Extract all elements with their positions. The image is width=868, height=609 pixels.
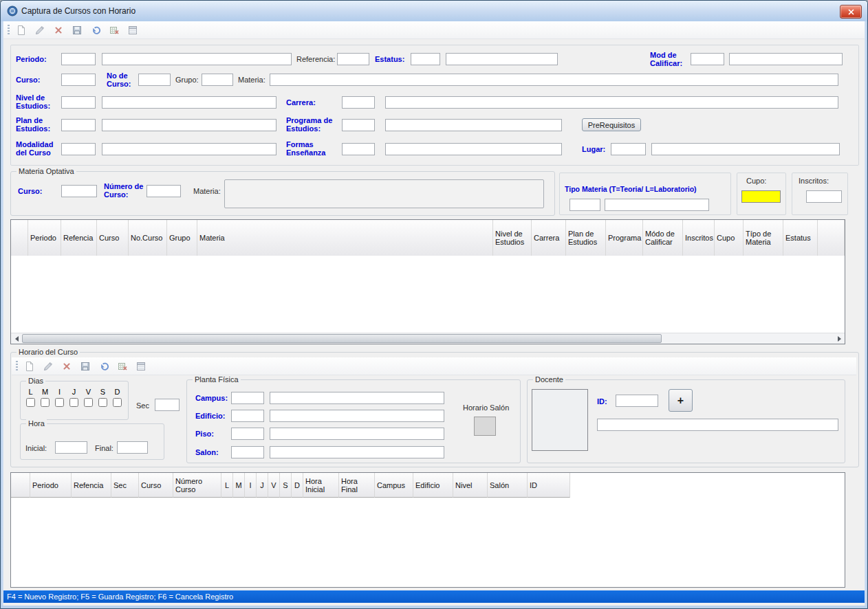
- grid1-header-curso[interactable]: Curso: [97, 220, 129, 256]
- grid2-header-sec[interactable]: Sec: [111, 473, 139, 498]
- grid2-header-hora-final[interactable]: Hora Final: [339, 473, 375, 498]
- carrera-code-input[interactable]: [342, 96, 375, 109]
- day-d-checkbox[interactable]: [113, 398, 122, 407]
- no-curso-input[interactable]: [138, 74, 171, 86]
- docente-name-input[interactable]: [597, 419, 838, 431]
- grid2-header-periodo[interactable]: Periodo: [30, 473, 72, 498]
- horario-undo-button[interactable]: [97, 359, 111, 373]
- edificio-code-input[interactable]: [231, 410, 264, 422]
- nivel-code-input[interactable]: [61, 96, 96, 109]
- day-m-checkbox[interactable]: [41, 398, 50, 407]
- periodo-desc-input[interactable]: [102, 53, 292, 65]
- campus-code-input[interactable]: [231, 392, 264, 404]
- grid2-header-id[interactable]: ID: [528, 473, 570, 498]
- prerequisitos-button[interactable]: PreRequisitos: [582, 118, 641, 131]
- plan-code-input[interactable]: [61, 119, 96, 131]
- programa-code-input[interactable]: [342, 119, 375, 131]
- salon-code-input[interactable]: [231, 446, 264, 458]
- modalidad-code-input[interactable]: [61, 143, 96, 155]
- scroll-left-button[interactable]: [11, 333, 22, 344]
- grid2-header-nivel[interactable]: Nivel: [453, 473, 488, 498]
- grid2-body[interactable]: [11, 498, 845, 587]
- nivel-desc-input[interactable]: [102, 96, 276, 109]
- day-j-checkbox[interactable]: [69, 398, 78, 407]
- grid2-corner-cell[interactable]: [11, 473, 30, 498]
- grid1-header-materia[interactable]: Materia: [197, 220, 493, 256]
- optativa-curso-input[interactable]: [61, 185, 97, 197]
- plan-desc-input[interactable]: [102, 119, 276, 131]
- grid1-header-programa[interactable]: Programa: [606, 220, 643, 256]
- lugar-desc-input[interactable]: [651, 143, 840, 155]
- grid2-header-s[interactable]: S: [280, 473, 292, 498]
- grid2-header-d[interactable]: D: [292, 473, 303, 498]
- modalidad-desc-input[interactable]: [102, 143, 276, 155]
- grid2-header-edificio[interactable]: Edificio: [413, 473, 453, 498]
- docente-id-input[interactable]: [616, 395, 658, 407]
- grid1-header-grupo[interactable]: Grupo: [167, 220, 197, 256]
- materia-input[interactable]: [270, 74, 838, 86]
- grid2-header-m[interactable]: M: [233, 473, 245, 498]
- docente-listbox[interactable]: [532, 389, 588, 451]
- grid1-header-modo[interactable]: Módo de Calificar: [643, 220, 683, 256]
- edit-record-button[interactable]: [33, 23, 47, 37]
- grid1-body[interactable]: [11, 256, 845, 333]
- grid1-header-carrera[interactable]: Carrera: [532, 220, 566, 256]
- grid2-header-l[interactable]: L: [221, 473, 233, 498]
- formas-desc-input[interactable]: [385, 143, 562, 155]
- grid1-header-nivel[interactable]: Nivel de Estudios: [493, 220, 532, 256]
- grid1-header-tipo[interactable]: Típo de Materia: [744, 220, 783, 256]
- formas-code-input[interactable]: [342, 143, 375, 155]
- grupo-input[interactable]: [202, 74, 233, 86]
- tipo-materia-desc-input[interactable]: [605, 199, 709, 211]
- tipo-materia-code-input[interactable]: [569, 199, 600, 211]
- grid2-header-hora-inicial[interactable]: Hora Inicial: [303, 473, 339, 498]
- horario-excel-remove-button[interactable]: [116, 359, 129, 373]
- estatus-code-input[interactable]: [411, 53, 440, 65]
- grid1-header-estatus[interactable]: Estatus: [783, 220, 818, 256]
- optativa-materia-input[interactable]: [224, 179, 544, 208]
- scroll-thumb[interactable]: [22, 334, 662, 343]
- app-icon[interactable]: [7, 5, 18, 16]
- grid1-header-plan[interactable]: Plan de Estudios: [566, 220, 606, 256]
- close-button[interactable]: [840, 5, 862, 19]
- save-record-button[interactable]: [70, 23, 84, 37]
- optativa-numero-curso-input[interactable]: [147, 185, 181, 197]
- undo-button[interactable]: [89, 23, 102, 37]
- new-record-button[interactable]: [14, 23, 28, 37]
- grid1-header-cupo[interactable]: Cupo: [715, 220, 744, 256]
- report-preview-button[interactable]: [126, 23, 140, 37]
- edificio-desc-input[interactable]: [270, 410, 444, 422]
- grid2-header-curso[interactable]: Curso: [139, 473, 173, 498]
- grid1-header-nocurso[interactable]: No.Curso: [129, 220, 167, 256]
- day-s-checkbox[interactable]: [98, 398, 107, 407]
- estatus-desc-input[interactable]: [446, 53, 558, 65]
- campus-desc-input[interactable]: [270, 392, 444, 404]
- grid2-header-j[interactable]: J: [257, 473, 268, 498]
- scroll-right-button[interactable]: [834, 333, 845, 344]
- programa-desc-input[interactable]: [385, 119, 562, 131]
- grid1-corner-cell[interactable]: [11, 220, 28, 256]
- horario-report-button[interactable]: [134, 359, 148, 373]
- day-i-checkbox[interactable]: [55, 398, 64, 407]
- grid2-header-campus[interactable]: Campus: [375, 473, 413, 498]
- mod-calificar-desc-input[interactable]: [729, 53, 843, 65]
- mod-calificar-code-input[interactable]: [691, 53, 724, 65]
- grid2-header-i[interactable]: I: [245, 473, 257, 498]
- grid2-header-refencia[interactable]: Refencia: [72, 473, 111, 498]
- excel-remove-button[interactable]: [107, 23, 121, 37]
- grid1-header-periodo[interactable]: Periodo: [28, 220, 61, 256]
- horario-edit-button[interactable]: [41, 359, 55, 373]
- curso-input[interactable]: [61, 74, 96, 86]
- horario-delete-button[interactable]: [60, 359, 74, 373]
- hora-final-input[interactable]: [117, 441, 148, 454]
- salon-desc-input[interactable]: [270, 446, 444, 458]
- inscritos-input[interactable]: [806, 190, 842, 203]
- sec-input[interactable]: [155, 399, 180, 411]
- grid2-header-v[interactable]: V: [268, 473, 280, 498]
- titlebar[interactable]: Captura de Cursos con Horario: [1, 1, 867, 22]
- periodo-code-input[interactable]: [61, 53, 96, 65]
- grid1-header-refencia[interactable]: Refencia: [61, 220, 97, 256]
- day-l-checkbox[interactable]: [26, 398, 35, 407]
- piso-code-input[interactable]: [231, 428, 264, 440]
- horario-save-button[interactable]: [78, 359, 92, 373]
